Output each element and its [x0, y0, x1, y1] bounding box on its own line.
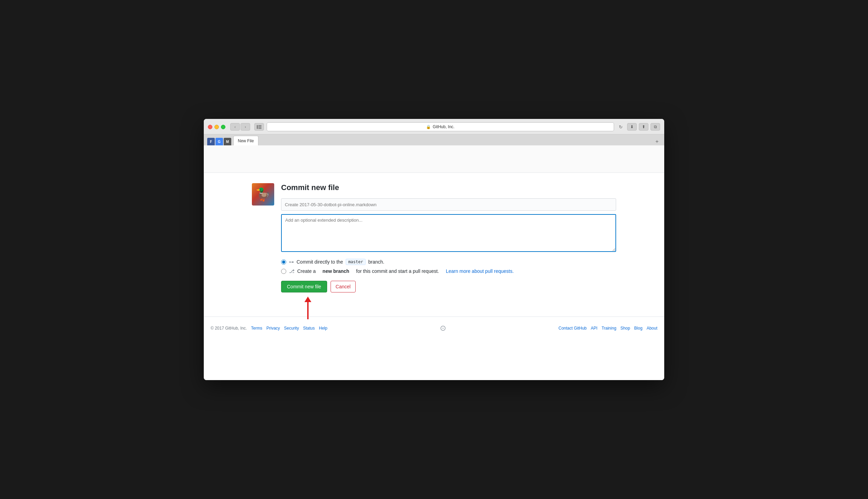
radio-direct-suffix: branch.: [368, 259, 385, 265]
svg-rect-2: [258, 126, 261, 127]
lock-icon: 🔒: [426, 125, 431, 129]
footer-link-security[interactable]: Security: [284, 326, 299, 331]
new-branch-bold: new branch: [323, 268, 349, 274]
copyright: © 2017 GitHub, Inc.: [211, 326, 247, 331]
radio-direct-input[interactable]: [281, 259, 286, 265]
svg-rect-3: [258, 128, 261, 129]
arrow-shaft: [307, 302, 309, 319]
tab-title: New File: [238, 138, 254, 143]
svg-rect-1: [258, 125, 261, 126]
radio-new-branch-suffix: for this commit and start a pull request…: [356, 268, 439, 274]
traffic-lights: [208, 125, 225, 129]
arrow-annotation: [304, 297, 311, 319]
footer-link-shop[interactable]: Shop: [621, 326, 630, 331]
footer-link-terms[interactable]: Terms: [251, 326, 263, 331]
minimize-button[interactable]: [214, 125, 219, 129]
master-badge: master: [346, 259, 365, 265]
branch-commit-icon: ⊶: [289, 259, 294, 265]
browser-titlebar: ‹ › 🔒 GitHub, Inc. ↻ ⬇ ⬆: [204, 119, 664, 134]
commit-message-input[interactable]: [281, 198, 616, 211]
radio-new-branch-label: Create a: [297, 268, 316, 274]
footer-link-training[interactable]: Training: [602, 326, 616, 331]
active-tab[interactable]: New File: [233, 136, 258, 145]
footer-link-privacy[interactable]: Privacy: [266, 326, 280, 331]
form-title: Commit new file: [281, 183, 616, 192]
avatar-image: 🦆: [255, 187, 271, 202]
pull-request-icon: ⎇: [289, 268, 294, 274]
address-bar[interactable]: 🔒 GitHub, Inc.: [267, 122, 614, 131]
page-footer: © 2017 GitHub, Inc. Terms Privacy Securi…: [204, 317, 664, 340]
main-area: 🦆 Commit new file ⊶ Commit directly to t…: [245, 173, 623, 317]
arrow-head: [304, 297, 311, 302]
commit-form: Commit new file ⊶ Commit directly to the…: [281, 183, 616, 306]
footer-link-status[interactable]: Status: [303, 326, 315, 331]
footer-left: © 2017 GitHub, Inc. Terms Privacy Securi…: [211, 326, 327, 331]
download-button[interactable]: ⬇: [627, 123, 637, 131]
commit-new-file-button[interactable]: Commit new file: [281, 281, 327, 292]
footer-center: ⊙: [440, 324, 446, 333]
back-button[interactable]: ‹: [230, 123, 240, 131]
sidebar-toggle-button[interactable]: [254, 123, 264, 131]
footer-link-about[interactable]: About: [647, 326, 657, 331]
action-buttons: Commit new file Cancel: [281, 281, 616, 292]
tab-google[interactable]: G: [215, 138, 223, 145]
learn-more-link[interactable]: Learn more about pull requests.: [446, 268, 514, 274]
footer-link-help[interactable]: Help: [319, 326, 327, 331]
footer-link-contact[interactable]: Contact GitHub: [558, 326, 587, 331]
github-logo-icon: ⊙: [440, 324, 446, 333]
new-window-button[interactable]: ⧉: [650, 123, 660, 131]
url-text: GitHub, Inc.: [433, 124, 454, 129]
avatar-column: 🦆: [252, 183, 274, 306]
share-button[interactable]: ⬆: [639, 123, 648, 131]
github-nav-bar: [204, 145, 664, 173]
radio-direct-commit: ⊶ Commit directly to the master branch.: [281, 259, 616, 265]
footer-link-blog[interactable]: Blog: [634, 326, 643, 331]
avatar: 🦆: [252, 183, 274, 206]
radio-new-branch-input[interactable]: [281, 269, 286, 274]
footer-link-api[interactable]: API: [591, 326, 597, 331]
close-button[interactable]: [208, 125, 212, 129]
radio-new-branch: ⎇ Create a new branch for this commit an…: [281, 268, 616, 274]
svg-rect-0: [257, 125, 258, 129]
forward-button[interactable]: ›: [241, 123, 250, 131]
radio-direct-label: Commit directly to the: [297, 259, 343, 265]
browser-window: ‹ › 🔒 GitHub, Inc. ↻ ⬇ ⬆: [204, 119, 664, 380]
tab-facebook[interactable]: F: [207, 138, 215, 145]
cancel-button[interactable]: Cancel: [331, 281, 356, 292]
tabs-bar: F G M New File +: [204, 134, 664, 145]
fullscreen-button[interactable]: [221, 125, 225, 129]
commit-description-input[interactable]: [281, 214, 616, 252]
footer-right: Contact GitHub API Training Shop Blog Ab…: [558, 326, 657, 331]
new-tab-button[interactable]: +: [653, 138, 661, 145]
tab-m[interactable]: M: [224, 138, 231, 145]
branch-options: ⊶ Commit directly to the master branch. …: [281, 259, 616, 274]
reload-button[interactable]: ↻: [617, 123, 624, 131]
page-content: 🦆 Commit new file ⊶ Commit directly to t…: [204, 145, 664, 380]
